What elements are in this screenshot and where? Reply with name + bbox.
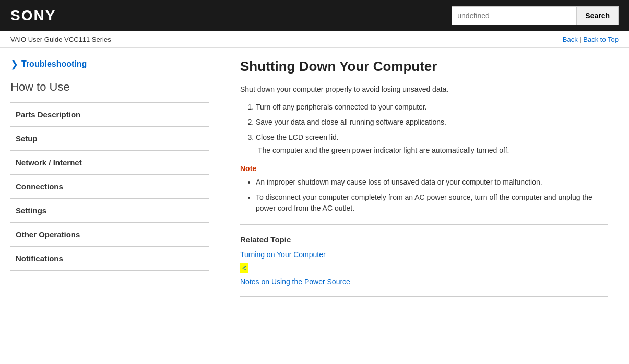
sidebar-item-setup[interactable]: Setup (10, 126, 209, 150)
step-2: Save your data and close all running sof… (256, 117, 608, 128)
sidebar-item-notifications[interactable]: Notifications (10, 246, 209, 271)
nav-links: Back | Back to Top (563, 35, 619, 43)
sidebar-item-connections[interactable]: Connections (10, 174, 209, 198)
sidebar-item-parts-description[interactable]: Parts Description (10, 102, 209, 126)
note-label: Note (240, 164, 608, 173)
back-link[interactable]: Back (563, 35, 578, 43)
search-button[interactable]: Search (577, 6, 619, 25)
sidebar-item-settings[interactable]: Settings (10, 198, 209, 222)
page-title: Shutting Down Your Computer (240, 58, 608, 75)
footer: © 2011 Sony Corporation (0, 355, 629, 364)
sony-logo: SONY (10, 7, 56, 24)
breadcrumb: VAIO User Guide VCC111 Series (10, 35, 111, 43)
nav-separator: | (579, 35, 581, 43)
note-item-1: An improper shutdown may cause loss of u… (256, 177, 608, 188)
troubleshooting-link[interactable]: Troubleshooting (21, 59, 87, 69)
related-link-turning-on[interactable]: Turning on Your Computer (240, 250, 608, 259)
divider-1 (240, 224, 608, 225)
search-area: Search (452, 6, 619, 25)
back-to-top-link[interactable]: Back to Top (583, 35, 619, 43)
related-link-power-source[interactable]: Notes on Using the Power Source (240, 277, 608, 286)
main-layout: ❯ Troubleshooting How to Use Parts Descr… (0, 48, 629, 355)
related-topic-label: Related Topic (240, 235, 608, 244)
note-list: An improper shutdown may cause loss of u… (256, 177, 608, 214)
step-3: Close the LCD screen lid. The computer a… (256, 132, 608, 156)
main-content: Shutting Down Your Computer Shut down yo… (219, 48, 629, 355)
intro-text: Shut down your computer properly to avoi… (240, 85, 608, 93)
app-header: SONY Search (0, 0, 629, 31)
chevron-right-icon: ❯ (10, 58, 18, 70)
how-to-use-heading: How to Use (10, 80, 209, 97)
nav-bar: VAIO User Guide VCC111 Series Back | Bac… (0, 31, 629, 48)
steps-list: Turn off any peripherals connected to yo… (256, 102, 608, 156)
divider-2 (240, 296, 608, 297)
sidebar-item-other-operations[interactable]: Other Operations (10, 222, 209, 246)
note-item-2: To disconnect your computer completely f… (256, 192, 608, 214)
search-input[interactable] (452, 6, 577, 25)
sidebar: ❯ Troubleshooting How to Use Parts Descr… (0, 48, 219, 355)
step-3-note: The computer and the green power indicat… (258, 145, 608, 156)
note-section: Note An improper shutdown may cause loss… (240, 164, 608, 214)
step-1: Turn off any peripherals connected to yo… (256, 102, 608, 113)
related-link-highlighted[interactable]: < (240, 263, 248, 273)
troubleshooting-section: ❯ Troubleshooting (10, 58, 209, 70)
sidebar-item-network-internet[interactable]: Network / Internet (10, 150, 209, 174)
